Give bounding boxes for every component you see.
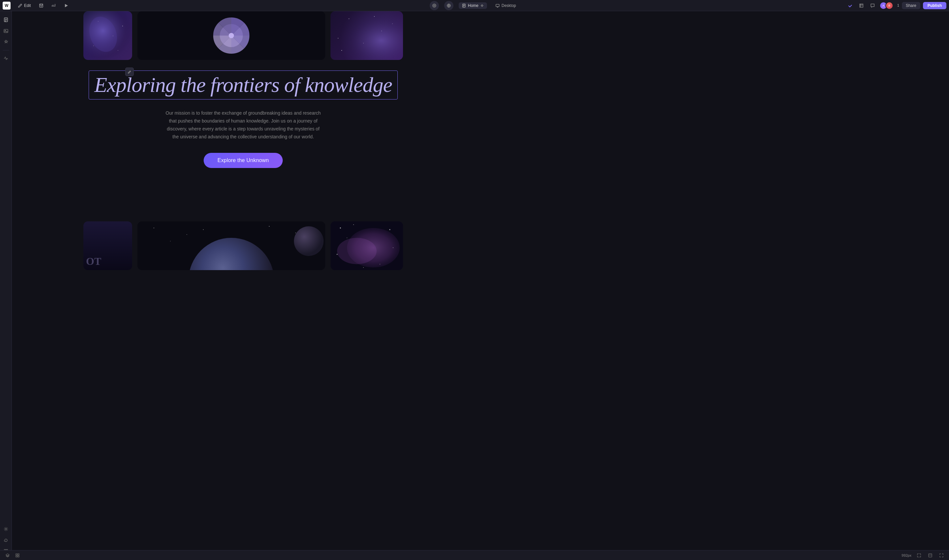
image-icon	[3, 28, 9, 34]
edit-label: Edit	[24, 3, 31, 8]
page-name: Home	[468, 3, 474, 8]
hero-description: Our mission is to foster the exchange of…	[164, 109, 322, 141]
components-icon	[3, 40, 9, 45]
svg-point-18	[229, 33, 234, 38]
canvas-content: Exploring the frontiers of knowledge Our…	[12, 11, 474, 270]
abstract-shape-left	[83, 11, 132, 60]
top-image-row	[12, 11, 474, 60]
svg-point-28	[269, 226, 270, 227]
right-img-bg	[331, 11, 403, 60]
file-icon	[3, 17, 9, 22]
page-selector[interactable]: Home	[459, 2, 474, 9]
bottom-image-right	[331, 222, 403, 270]
svg-point-37	[390, 229, 390, 230]
svg-point-35	[340, 228, 341, 229]
card-text-overlay: OT	[86, 255, 101, 268]
hero-section: Exploring the frontiers of knowledge Our…	[12, 71, 474, 168]
edit-pencil-button[interactable]	[125, 68, 134, 76]
target-icon-btn[interactable]	[430, 1, 439, 10]
play-button[interactable]	[61, 2, 72, 9]
canvas-area: Exploring the frontiers of knowledge Our…	[12, 11, 474, 270]
edit-icon	[18, 3, 22, 8]
svg-point-29	[295, 232, 296, 233]
explore-button[interactable]: Explore the Unknown	[203, 153, 283, 168]
top-image-left	[83, 11, 132, 60]
play-icon	[64, 3, 69, 8]
bottom-image-row: OT	[12, 222, 474, 270]
svg-point-41	[380, 264, 380, 265]
sidebar-item-file[interactable]	[1, 15, 11, 25]
chart-button[interactable]	[48, 2, 59, 9]
topbar-left: W Edit	[3, 2, 72, 9]
save-button[interactable]	[35, 2, 47, 9]
svg-point-30	[170, 241, 171, 242]
svg-point-27	[186, 234, 187, 235]
svg-point-38	[347, 237, 347, 238]
save-icon	[39, 3, 43, 8]
svg-point-26	[154, 228, 154, 228]
svg-rect-19	[331, 11, 403, 60]
nebula-scene	[331, 222, 403, 270]
edit-button[interactable]: Edit	[14, 2, 34, 9]
sidebar-item-images[interactable]	[1, 26, 11, 35]
planet-scene	[137, 222, 325, 270]
hero-title: Exploring the frontiers of knowledge	[94, 74, 392, 97]
svg-point-42	[363, 267, 364, 268]
target-icon	[432, 3, 437, 8]
svg-point-40	[337, 254, 338, 255]
globe-icon-btn[interactable]	[444, 1, 453, 10]
chart-icon	[51, 3, 56, 8]
svg-point-39	[393, 248, 393, 248]
sidebar-divider-1	[3, 50, 9, 51]
pencil-icon	[128, 70, 131, 74]
svg-point-34	[337, 238, 377, 264]
globe-icon	[447, 3, 451, 8]
spiral-shape	[210, 14, 253, 57]
topbar-logo[interactable]: W	[3, 2, 11, 9]
svg-point-31	[203, 229, 203, 230]
sidebar-item-activity[interactable]	[1, 54, 11, 63]
page-icon	[462, 4, 466, 8]
bottom-image-center	[137, 222, 325, 270]
stars-right	[331, 11, 403, 60]
bottom-image-left: OT	[83, 222, 132, 270]
svg-point-36	[353, 224, 354, 225]
topbar: W Edit Home Desktop	[0, 0, 474, 11]
svg-point-25	[294, 226, 324, 256]
top-image-center	[137, 11, 325, 60]
svg-point-2	[434, 5, 435, 6]
left-sidebar	[0, 11, 12, 280]
svg-point-1	[433, 4, 436, 7]
svg-point-24	[188, 238, 274, 270]
hero-title-container: Exploring the frontiers of knowledge	[89, 71, 398, 100]
topbar-center: Home Desktop	[430, 1, 474, 10]
activity-icon	[3, 56, 9, 61]
sidebar-item-components[interactable]	[1, 38, 11, 47]
top-image-right	[331, 11, 403, 60]
